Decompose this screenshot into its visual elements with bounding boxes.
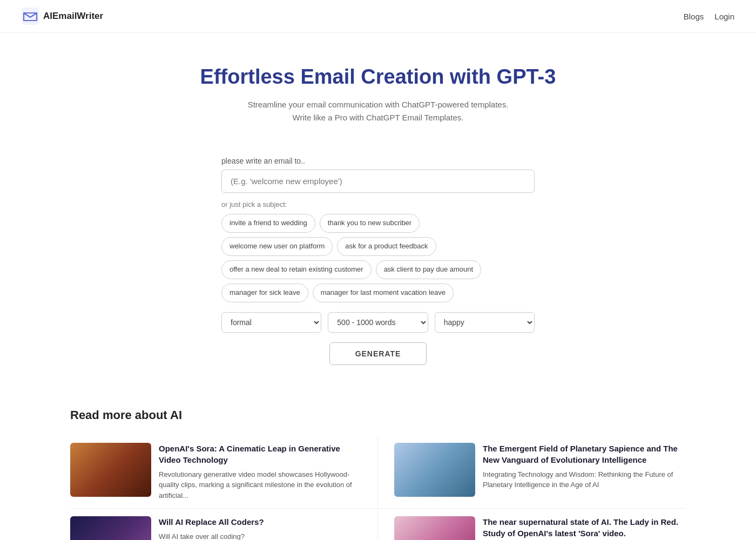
blog-thumbnail xyxy=(394,516,475,540)
blog-title[interactable]: OpenAI's Sora: A Cinematic Leap in Gener… xyxy=(159,443,361,465)
chip-5[interactable]: ask client to pay due amount xyxy=(376,260,482,279)
nav-login-link[interactable]: Login xyxy=(714,12,734,21)
blog-section: Read more about AI OpenAI's Sora: A Cine… xyxy=(27,392,729,540)
email-input[interactable] xyxy=(221,170,535,193)
chip-6[interactable]: manager for sick leave xyxy=(221,284,308,302)
generate-button[interactable]: GENERATE xyxy=(329,342,427,365)
nav-blogs-link[interactable]: Blogs xyxy=(684,12,704,21)
tone-select[interactable]: formal casual friendly professional xyxy=(221,312,321,333)
blog-excerpt: Will AI take over all coding? xyxy=(159,531,264,540)
logo-icon xyxy=(22,8,39,25)
blog-excerpt: Revolutionary generative video model sho… xyxy=(159,469,361,501)
chip-1[interactable]: thank you to new subcriber xyxy=(320,214,420,233)
blog-grid: OpenAI's Sora: A Cinematic Leap in Gener… xyxy=(70,435,686,540)
blog-thumbnail xyxy=(394,443,475,497)
blog-item: The Emergent Field of Planetary Sapience… xyxy=(378,435,686,509)
blog-title[interactable]: The near supernatural state of AI. The L… xyxy=(483,516,686,539)
blog-item: Will AI Replace All Coders? Will AI take… xyxy=(70,509,378,540)
blog-thumbnail xyxy=(70,516,151,540)
blog-heading: Read more about AI xyxy=(70,408,686,422)
chip-0[interactable]: invite a friend to wedding xyxy=(221,214,315,233)
blog-content: The near supernatural state of AI. The L… xyxy=(483,516,686,540)
hero-section: Effortless Email Creation with GPT-3 Str… xyxy=(0,33,756,140)
blog-content: The Emergent Field of Planetary Sapience… xyxy=(483,443,686,501)
navbar: AIEmailWriter Blogs Login xyxy=(0,0,756,33)
hero-subtitle-line2: Write like a Pro with ChatGPT Email Temp… xyxy=(293,113,464,122)
blog-title[interactable]: The Emergent Field of Planetary Sapience… xyxy=(483,443,686,465)
blog-excerpt: Integrating Technology and Wisdom: Rethi… xyxy=(483,469,686,490)
nav-links: Blogs Login xyxy=(684,12,734,21)
chip-7[interactable]: manager for last moment vacation leave xyxy=(313,284,454,302)
emotion-select[interactable]: happy neutral sad excited xyxy=(435,312,535,333)
email-form-section: please write an email to.. or just pick … xyxy=(211,157,545,365)
or-pick-label: or just pick a subject: xyxy=(221,200,535,208)
chips-container: invite a friend to wedding thank you to … xyxy=(221,214,535,302)
chip-3[interactable]: ask for a product feedback xyxy=(337,237,436,256)
blog-title[interactable]: Will AI Replace All Coders? xyxy=(159,516,264,528)
form-label: please write an email to.. xyxy=(221,157,535,165)
hero-subtitle-line1: Streamline your email communication with… xyxy=(248,100,509,109)
hero-title: Effortless Email Creation with GPT-3 xyxy=(11,65,745,89)
blog-thumbnail xyxy=(70,443,151,497)
blog-item: OpenAI's Sora: A Cinematic Leap in Gener… xyxy=(70,435,378,509)
chip-2[interactable]: welcome new user on platform xyxy=(221,237,333,256)
blog-item: The near supernatural state of AI. The L… xyxy=(378,509,686,540)
length-select[interactable]: 500 - 1000 words 100 - 500 words 1000 - … xyxy=(328,312,428,333)
hero-subtitle: Streamline your email communication with… xyxy=(11,98,745,124)
selects-row: formal casual friendly professional 500 … xyxy=(221,312,535,333)
blog-content: Will AI Replace All Coders? Will AI take… xyxy=(159,516,264,540)
blog-content: OpenAI's Sora: A Cinematic Leap in Gener… xyxy=(159,443,361,501)
logo-text: AIEmailWriter xyxy=(43,11,103,22)
chip-4[interactable]: offer a new deal to retain existing cust… xyxy=(221,260,372,279)
logo[interactable]: AIEmailWriter xyxy=(22,8,103,25)
